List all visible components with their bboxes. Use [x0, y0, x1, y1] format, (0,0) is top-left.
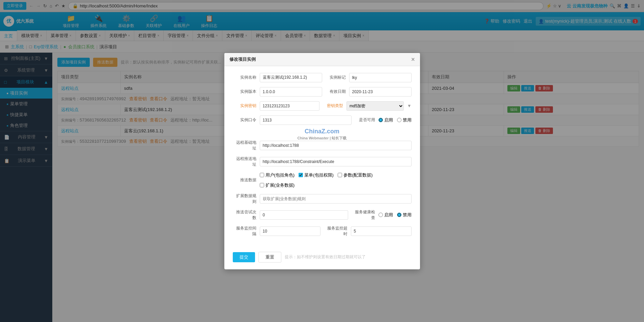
- modal-body: 实例名称 实例标记 实例版本 有效日期 实例密钥 密钥类型 md5加密 明文: [224, 66, 420, 248]
- form-row-cmd-available: 实例口令 是否可用 启用 禁用: [233, 115, 412, 125]
- label-instance-name: 实例名称: [233, 75, 256, 80]
- form-row-name-mark: 实例名称 实例标记: [233, 73, 412, 82]
- radio-health-disabled[interactable]: [397, 213, 401, 217]
- form-row-push-url: 远程推送地址: [233, 156, 412, 167]
- label-monitor-interval: 服务监控间隔: [233, 225, 256, 237]
- label-push-data: 推送数据: [233, 177, 256, 183]
- form-row-secret: 实例密钥 密钥类型 md5加密 明文 ▼: [233, 101, 412, 111]
- label-secret: 实例密钥: [233, 103, 256, 109]
- checkbox-label-menu[interactable]: 菜单(包括权限): [299, 172, 334, 178]
- select-secret-type[interactable]: md5加密 明文: [346, 101, 404, 111]
- radio-enabled[interactable]: [379, 118, 383, 122]
- modal-reset-button[interactable]: 重置: [258, 252, 281, 263]
- select-dropdown-icon: ▼: [407, 103, 412, 108]
- watermark-text: ChinaZ.com China Webmaster | 站长下载: [298, 128, 347, 141]
- checkbox-user[interactable]: [260, 173, 264, 177]
- checkbox-params[interactable]: [338, 173, 342, 177]
- checkbox-params-text: 参数(配置数据): [343, 172, 373, 178]
- form-row-monitor: 服务监控间隔 服务监控超时: [233, 225, 412, 237]
- watermark-area: ChinaZ.com China Webmaster | 站长下载: [233, 128, 412, 138]
- form-row-retry-health: 推送尝试次数 服务健康检查 启用 禁用: [233, 209, 412, 221]
- radio-group-available: 启用 禁用: [379, 117, 412, 123]
- label-instance-mark: 实例标记: [326, 75, 346, 80]
- input-instance-mark[interactable]: [349, 73, 412, 82]
- form-row-push-data: 推送数据 用户(包括角色) 菜单(包括权限) 参数(配置数据): [233, 172, 412, 188]
- radio-label-health-enabled[interactable]: 启用: [379, 212, 393, 218]
- label-monitor-timeout: 服务监控超时: [324, 225, 347, 237]
- modal-submit-button[interactable]: 提交: [233, 252, 255, 262]
- radio-enabled-text: 启用: [384, 117, 393, 123]
- modal-footer: 提交 重置 提示：如不维护则设置有效日期过期就可以了: [224, 248, 420, 269]
- label-push-retry: 推送尝试次数: [233, 209, 256, 221]
- input-secret[interactable]: [260, 101, 320, 111]
- checkbox-user-text: 用户(包括角色): [265, 172, 295, 178]
- modal-dialog: 修改项目实例 × 实例名称 实例标记 实例版本 有效日期 实例密钥: [224, 53, 420, 269]
- radio-label-enabled[interactable]: 启用: [379, 117, 393, 123]
- input-cmd[interactable]: [260, 115, 352, 125]
- form-row-version-expire: 实例版本 有效日期: [233, 87, 412, 97]
- label-secret-type: 密钥类型: [323, 103, 343, 109]
- form-row-base-url: 远程基础地址: [233, 140, 412, 151]
- checkbox-menu[interactable]: [299, 173, 303, 177]
- modal-footer-hint: 提示：如不维护则设置有效日期过期就可以了: [285, 254, 366, 260]
- input-push-retry[interactable]: [260, 210, 348, 220]
- radio-label-health-disabled[interactable]: 禁用: [397, 212, 412, 218]
- checkbox-label-params[interactable]: 参数(配置数据): [338, 172, 373, 178]
- input-version[interactable]: [260, 87, 322, 97]
- radio-disabled-text: 禁用: [403, 117, 412, 123]
- label-expire: 有效日期: [326, 89, 346, 95]
- checkbox-group-push: 用户(包括角色) 菜单(包括权限) 参数(配置数据) 扩展(业务数据): [260, 172, 412, 188]
- input-base-url[interactable]: [260, 141, 412, 150]
- input-expire[interactable]: [349, 87, 412, 97]
- input-monitor-interval[interactable]: [260, 226, 320, 236]
- radio-health-enabled-text: 启用: [384, 212, 393, 218]
- input-expand-rules[interactable]: [260, 194, 412, 204]
- radio-group-health: 启用 禁用: [379, 212, 412, 218]
- label-push-url: 远程推送地址: [233, 156, 256, 167]
- radio-health-enabled[interactable]: [379, 213, 383, 217]
- modal-close-button[interactable]: ×: [411, 56, 415, 62]
- label-expand-rules: 扩展数据规则: [233, 193, 256, 205]
- input-instance-name[interactable]: [260, 73, 322, 82]
- radio-disabled[interactable]: [397, 118, 401, 122]
- form-row-expand-rules: 扩展数据规则: [233, 193, 412, 205]
- radio-health-disabled-text: 禁用: [403, 212, 412, 218]
- label-available: 是否可用: [355, 117, 375, 123]
- label-health-check: 服务健康检查: [352, 209, 375, 221]
- input-push-url[interactable]: [260, 157, 412, 166]
- modal-overlay[interactable]: 修改项目实例 × 实例名称 实例标记 实例版本 有效日期 实例密钥: [0, 0, 644, 322]
- checkbox-expand[interactable]: [260, 183, 264, 187]
- input-monitor-timeout[interactable]: [351, 226, 412, 236]
- modal-title: 修改项目实例: [229, 56, 256, 62]
- checkbox-label-user[interactable]: 用户(包括角色): [260, 172, 295, 178]
- radio-label-disabled[interactable]: 禁用: [397, 117, 412, 123]
- label-cmd: 实例口令: [233, 117, 256, 123]
- checkbox-label-expand[interactable]: 扩展(业务数据): [260, 182, 295, 188]
- modal-header: 修改项目实例 ×: [224, 53, 420, 66]
- checkbox-expand-text: 扩展(业务数据): [265, 182, 295, 188]
- label-base-url: 远程基础地址: [233, 140, 256, 151]
- checkbox-menu-text: 菜单(包括权限): [304, 172, 334, 178]
- label-version: 实例版本: [233, 89, 256, 95]
